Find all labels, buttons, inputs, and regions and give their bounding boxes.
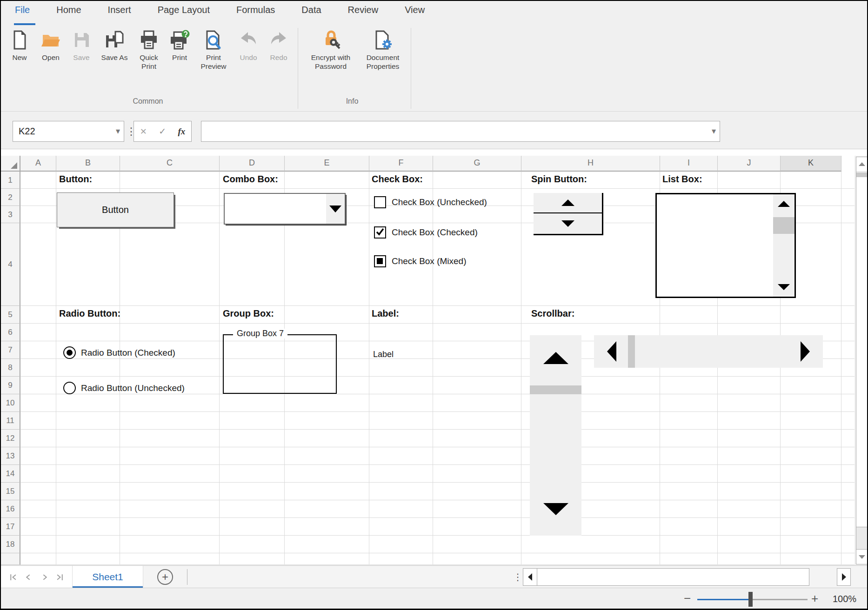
row-header-1[interactable]: 1 bbox=[1, 172, 20, 189]
row-header-3[interactable]: 3 bbox=[1, 206, 20, 223]
spin-up-button[interactable] bbox=[534, 193, 602, 213]
scroll-left-button[interactable] bbox=[523, 569, 537, 585]
button-control[interactable]: Button bbox=[57, 192, 174, 227]
spin-down-button[interactable] bbox=[534, 213, 602, 234]
list-box-control[interactable] bbox=[655, 193, 796, 298]
tab-data[interactable]: Data bbox=[301, 5, 321, 15]
triangle-down-icon[interactable] bbox=[778, 284, 790, 290]
row-header-11[interactable]: 11 bbox=[1, 412, 20, 430]
add-sheet-button[interactable]: + bbox=[157, 569, 173, 585]
sheet-tab-sheet1[interactable]: Sheet1 bbox=[73, 566, 143, 588]
name-box-dropdown-icon[interactable]: ▾ bbox=[116, 121, 120, 141]
column-header-D[interactable]: D bbox=[220, 156, 285, 172]
formula-input[interactable]: ▾ bbox=[201, 121, 720, 142]
triangle-right-icon[interactable] bbox=[801, 341, 810, 362]
sheet-horizontal-scrollbar[interactable] bbox=[523, 568, 809, 586]
list-box-scrollbar[interactable] bbox=[773, 194, 795, 297]
zoom-out-button[interactable]: − bbox=[684, 588, 691, 610]
confirm-icon[interactable]: ✓ bbox=[159, 126, 166, 137]
zoom-in-button[interactable]: + bbox=[811, 588, 818, 610]
row-header-7[interactable]: 7 bbox=[1, 341, 20, 359]
tab-view[interactable]: View bbox=[405, 5, 425, 15]
scroll-up-button[interactable] bbox=[856, 157, 868, 172]
column-header-G[interactable]: G bbox=[433, 156, 521, 172]
scrollbar-thumb[interactable] bbox=[530, 385, 581, 394]
row-header-partial[interactable] bbox=[1, 553, 20, 565]
row-header-13[interactable]: 13 bbox=[1, 447, 20, 465]
quick-print-button[interactable]: Quick Print bbox=[133, 28, 165, 71]
tab-home[interactable]: Home bbox=[56, 5, 81, 15]
row-header-18[interactable]: 18 bbox=[1, 536, 20, 553]
checkbox-mixed[interactable]: Check Box (Mixed) bbox=[374, 255, 467, 267]
column-header-J[interactable]: J bbox=[718, 156, 781, 172]
triangle-down-icon[interactable] bbox=[543, 503, 568, 515]
insert-function-icon[interactable]: fx bbox=[178, 126, 185, 137]
horizontal-scrollbar-control[interactable] bbox=[594, 335, 823, 368]
cancel-icon[interactable]: ✕ bbox=[140, 126, 147, 137]
first-sheet-icon[interactable] bbox=[9, 573, 17, 581]
row-header-12[interactable]: 12 bbox=[1, 430, 20, 447]
row-header-4[interactable]: 4 bbox=[1, 223, 20, 306]
scrollbar-thumb[interactable] bbox=[773, 217, 795, 234]
triangle-left-icon[interactable] bbox=[607, 341, 616, 362]
new-button[interactable]: New bbox=[5, 28, 34, 62]
select-all-button[interactable] bbox=[1, 156, 20, 172]
sheet-vertical-scrollbar[interactable] bbox=[856, 157, 868, 564]
row-header-9[interactable]: 9 bbox=[1, 377, 20, 394]
print-button[interactable]: Print bbox=[166, 28, 194, 62]
encrypt-with-password-button[interactable]: Encrypt with Password bbox=[303, 28, 359, 71]
row-header-6[interactable]: 6 bbox=[1, 324, 20, 341]
checkbox-checked[interactable]: Check Box (Checked) bbox=[374, 226, 478, 239]
radio-checked[interactable]: Radio Button (Checked) bbox=[63, 346, 175, 359]
triangle-up-icon[interactable] bbox=[778, 201, 790, 207]
tab-formulas[interactable]: Formulas bbox=[236, 5, 275, 15]
scrollbar-track[interactable] bbox=[856, 527, 868, 549]
radio-unchecked[interactable]: Radio Button (Unchecked) bbox=[63, 382, 185, 394]
scroll-down-button[interactable] bbox=[856, 549, 868, 564]
formula-input-dropdown-icon[interactable]: ▾ bbox=[712, 121, 716, 141]
document-properties-button[interactable]: Document Properties bbox=[360, 28, 406, 71]
row-header-17[interactable]: 17 bbox=[1, 518, 20, 536]
scrollbar-thumb[interactable] bbox=[628, 335, 635, 368]
zoom-slider-track-filled[interactable] bbox=[697, 599, 749, 600]
row-header-8[interactable]: 8 bbox=[1, 359, 20, 377]
spin-button-control[interactable] bbox=[534, 193, 603, 235]
scrollbar-drag-handle-icon[interactable]: ⋮ bbox=[513, 566, 522, 588]
vertical-scrollbar-control[interactable] bbox=[530, 335, 581, 536]
column-header-A[interactable]: A bbox=[20, 156, 56, 172]
row-header-15[interactable]: 15 bbox=[1, 483, 20, 500]
toolbar-label: Undo bbox=[240, 53, 257, 62]
column-header-E[interactable]: E bbox=[285, 156, 369, 172]
column-header-F[interactable]: F bbox=[369, 156, 433, 172]
name-box[interactable]: K22 ▾ bbox=[13, 121, 124, 142]
row-header-2[interactable]: 2 bbox=[1, 189, 20, 206]
triangle-up-icon[interactable] bbox=[543, 352, 568, 364]
tab-page-layout[interactable]: Page Layout bbox=[158, 5, 210, 15]
cell-label-listbox: List Box: bbox=[662, 174, 702, 185]
row-header-16[interactable]: 16 bbox=[1, 500, 20, 518]
next-sheet-icon[interactable] bbox=[40, 573, 48, 581]
row-header-10[interactable]: 10 bbox=[1, 394, 20, 412]
tab-review[interactable]: Review bbox=[348, 5, 379, 15]
column-header-B[interactable]: B bbox=[56, 156, 120, 172]
column-header-I[interactable]: I bbox=[660, 156, 718, 172]
combo-box-control[interactable] bbox=[224, 193, 346, 225]
print-preview-button[interactable]: Print Preview bbox=[194, 28, 233, 71]
last-sheet-icon[interactable] bbox=[56, 573, 64, 581]
zoom-slider-thumb[interactable] bbox=[748, 592, 753, 607]
save-as-button[interactable]: Save As bbox=[97, 28, 132, 62]
prev-sheet-icon[interactable] bbox=[25, 573, 33, 581]
zoom-slider-track[interactable] bbox=[753, 599, 808, 600]
checkbox-unchecked[interactable]: Check Box (Unchecked) bbox=[374, 196, 487, 208]
tab-file[interactable]: File bbox=[15, 5, 30, 15]
scroll-right-button[interactable] bbox=[837, 568, 851, 586]
column-header-H[interactable]: H bbox=[521, 156, 660, 172]
radio-label: Radio Button (Unchecked) bbox=[81, 383, 185, 393]
row-header-14[interactable]: 14 bbox=[1, 465, 20, 483]
open-button[interactable]: Open bbox=[35, 28, 66, 62]
column-header-C[interactable]: C bbox=[120, 156, 220, 172]
row-header-5[interactable]: 5 bbox=[1, 306, 20, 324]
column-header-K[interactable]: K bbox=[781, 156, 841, 172]
combo-dropdown-button[interactable] bbox=[326, 194, 345, 224]
tab-insert[interactable]: Insert bbox=[108, 5, 131, 15]
